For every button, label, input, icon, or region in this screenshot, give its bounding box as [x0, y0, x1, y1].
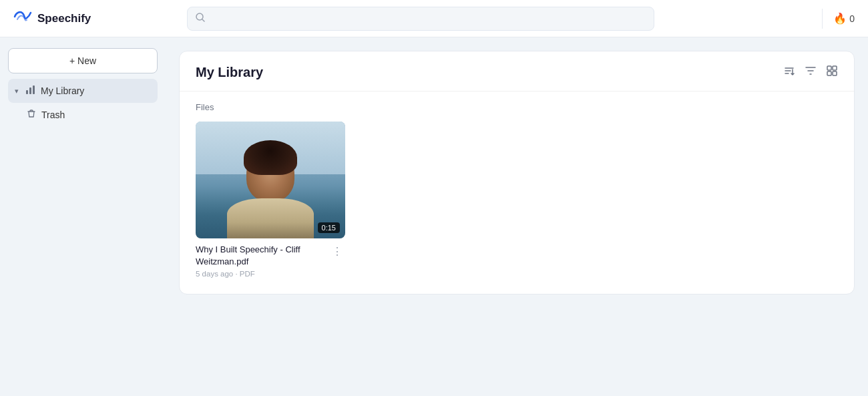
bar-chart-icon: [25, 85, 35, 97]
header-divider: [822, 9, 823, 29]
sort-icon[interactable]: [783, 65, 795, 80]
duration-badge: 0:15: [318, 222, 340, 233]
svg-rect-3: [33, 85, 35, 94]
sidebar-item-label-trash: Trash: [41, 110, 65, 120]
flame-icon: 🔥: [833, 12, 847, 25]
main-content: My Library: [166, 37, 868, 396]
search-bar[interactable]: [187, 7, 654, 31]
file-details: Why I Built Speechify - Cliff Weitzman.p…: [196, 244, 329, 278]
list-item[interactable]: 0:15 Why I Built Speechify - Cliff Weitz…: [196, 122, 345, 278]
content-card: My Library: [179, 51, 855, 294]
sidebar-item-label-my-library: My Library: [41, 85, 84, 96]
speechify-logo-icon: [13, 9, 32, 28]
content-header: My Library: [180, 51, 854, 91]
files-label: Files: [196, 102, 838, 112]
sidebar: + New ▾ My Library Trash: [0, 37, 166, 396]
streak-count: 0: [849, 13, 855, 24]
file-date: 5 days ago: [196, 270, 233, 278]
svg-rect-5: [833, 66, 837, 70]
svg-rect-6: [827, 71, 831, 75]
chevron-down-icon: ▾: [15, 87, 19, 95]
header: Speechify 🔥 0: [0, 0, 868, 37]
sidebar-item-trash[interactable]: Trash: [8, 103, 158, 126]
file-thumbnail: 0:15: [196, 122, 345, 238]
more-options-icon[interactable]: ⋮: [329, 244, 345, 259]
search-icon: [196, 13, 205, 24]
header-actions: [783, 65, 838, 80]
file-meta: 5 days ago · PDF: [196, 270, 329, 278]
trash-icon: [27, 109, 36, 120]
logo-area: Speechify: [13, 9, 174, 28]
file-type: PDF: [240, 270, 255, 278]
file-name: Why I Built Speechify - Cliff Weitzman.p…: [196, 244, 329, 268]
page-title: My Library: [196, 65, 263, 80]
content-divider: [180, 91, 854, 91]
logo-text: Speechify: [37, 12, 91, 25]
header-right: 🔥 0: [822, 9, 855, 29]
sidebar-item-my-library[interactable]: ▾ My Library: [8, 79, 158, 103]
svg-rect-4: [827, 66, 831, 70]
layout: + New ▾ My Library Trash: [0, 37, 868, 396]
filter-icon[interactable]: [805, 65, 817, 80]
search-input[interactable]: [210, 13, 646, 24]
thumbnail-bg: [196, 122, 345, 238]
streak-badge: 🔥 0: [833, 12, 855, 25]
svg-rect-1: [26, 90, 28, 94]
grid-view-icon[interactable]: [826, 65, 838, 80]
file-info: Why I Built Speechify - Cliff Weitzman.p…: [196, 238, 345, 278]
svg-rect-2: [29, 87, 31, 94]
files-grid: 0:15 Why I Built Speechify - Cliff Weitz…: [196, 122, 838, 278]
svg-rect-7: [833, 71, 837, 75]
new-button[interactable]: + New: [8, 48, 158, 73]
files-section: Files: [180, 102, 854, 294]
